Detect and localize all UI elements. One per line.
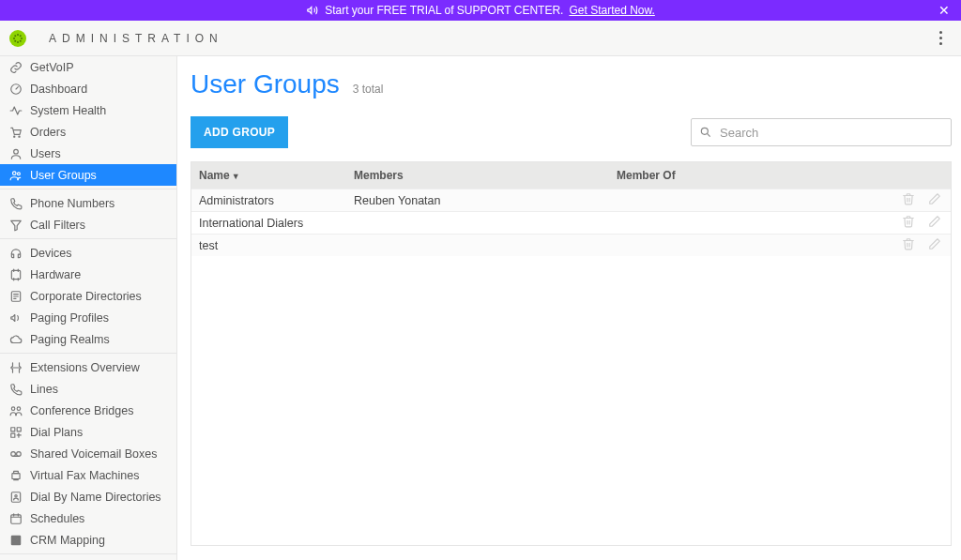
search-box[interactable] (691, 118, 952, 146)
svg-point-12 (13, 171, 17, 174)
sidebar-separator (0, 238, 176, 239)
sidebar-item-schedules[interactable]: Schedules (0, 507, 176, 529)
sidebar-item-label: CRM Mapping (30, 534, 105, 547)
crm-icon: Z (8, 534, 24, 547)
search-icon (699, 126, 712, 139)
sidebar-item-label: System Health (30, 104, 106, 117)
sidebar-separator (0, 353, 176, 354)
extensions-icon (8, 361, 24, 374)
logo-icon[interactable] (9, 30, 26, 47)
sidebar-separator (0, 189, 176, 189)
cell-name: International Dialers (191, 217, 346, 230)
sidebar-item-orders[interactable]: Orders (0, 121, 176, 143)
sidebar-item-label: Phone Numbers (30, 197, 114, 210)
cell-name: Administrators (191, 194, 346, 207)
cloud-icon (8, 333, 24, 346)
trash-icon[interactable] (902, 237, 915, 253)
pencil-icon[interactable] (928, 215, 941, 231)
svg-rect-27 (11, 427, 15, 431)
trash-icon[interactable] (902, 215, 915, 231)
svg-rect-40 (11, 514, 22, 522)
page-subtitle: 3 total (353, 83, 384, 96)
table-row[interactable]: AdministratorsReuben Yonatan (191, 189, 951, 211)
pulse-icon (8, 104, 24, 117)
line-phone-icon (8, 383, 24, 396)
sidebar-item-label: Shared Voicemail Boxes (30, 447, 158, 461)
sidebar-item-hardware[interactable]: Hardware (0, 264, 176, 285)
fax-icon (8, 469, 24, 482)
sidebar-item-crm-mapping[interactable]: ZCRM Mapping (0, 529, 176, 551)
svg-point-9 (14, 136, 15, 137)
conference-icon (8, 404, 24, 417)
col-header-members[interactable]: Members (346, 169, 609, 182)
sidebar-item-label: User Groups (30, 169, 97, 182)
sidebar-item-user-groups[interactable]: User Groups (0, 164, 176, 186)
link-icon (8, 61, 24, 74)
close-icon[interactable]: ✕ (938, 3, 950, 18)
search-input[interactable] (720, 126, 943, 140)
sidebar-item-devices[interactable]: Devices (0, 242, 176, 264)
svg-point-1 (17, 41, 19, 43)
sidebar-item-paging-realms[interactable]: Paging Realms (0, 328, 176, 350)
svg-point-2 (13, 38, 15, 39)
sidebar-item-extensions-overview[interactable]: Extensions Overview (0, 356, 176, 378)
sidebar-item-paging-profiles[interactable]: Paging Profiles (0, 307, 176, 328)
add-group-button[interactable]: ADD GROUP (191, 116, 288, 148)
svg-point-4 (14, 35, 16, 37)
svg-point-33 (17, 451, 22, 456)
sidebar-item-getvoip[interactable]: GetVoIP (0, 56, 176, 78)
sidebar-item-users[interactable]: Users (0, 143, 176, 164)
dashboard-icon (8, 83, 24, 96)
filter-icon (8, 219, 24, 232)
cell-members: Reuben Yonatan (346, 194, 609, 207)
hardware-icon (8, 268, 24, 281)
sidebar-item-system-health[interactable]: System Health (0, 99, 176, 121)
dial-by-name-icon (8, 491, 24, 504)
sidebar-item-lines[interactable]: Lines (0, 378, 176, 400)
banner-link[interactable]: Get Started Now. (569, 4, 654, 17)
sort-caret-icon: ▼ (232, 172, 240, 181)
sidebar: GetVoIPDashboardSystem HealthOrdersUsers… (0, 56, 177, 560)
sidebar-item-label: Devices (30, 247, 71, 260)
pencil-icon[interactable] (928, 237, 941, 253)
col-header-name[interactable]: Name▼ (191, 169, 346, 182)
sidebar-item-corporate-directories[interactable]: Corporate Directories (0, 285, 176, 307)
table-row[interactable]: test (191, 234, 951, 256)
sidebar-item-dashboard[interactable]: Dashboard (0, 78, 176, 99)
cell-name: test (191, 239, 346, 252)
svg-point-48 (701, 128, 708, 134)
svg-point-0 (17, 34, 19, 36)
sidebar-item-dial-plans[interactable]: Dial Plans (0, 421, 176, 443)
table-header: Name▼ Members Member Of (191, 162, 951, 189)
table-row[interactable]: International Dialers (191, 211, 951, 234)
sidebar-item-shared-voicemail-boxes[interactable]: Shared Voicemail Boxes (0, 443, 176, 464)
sidebar-item-phone-numbers[interactable]: Phone Numbers (0, 192, 176, 214)
svg-point-11 (14, 149, 19, 154)
headset-icon (8, 247, 24, 260)
svg-point-25 (11, 406, 15, 410)
sidebar-separator (0, 553, 176, 554)
sidebar-item-conference-bridges[interactable]: Conference Bridges (0, 400, 176, 421)
svg-rect-35 (12, 473, 20, 478)
sidebar-item-call-filters[interactable]: Call Filters (0, 214, 176, 235)
svg-point-39 (15, 494, 17, 496)
svg-point-3 (21, 38, 23, 39)
trash-icon[interactable] (902, 192, 915, 208)
sidebar-item-label: Corporate Directories (30, 290, 142, 303)
svg-rect-29 (11, 433, 15, 437)
svg-point-6 (14, 39, 16, 41)
sidebar-item-label: Dashboard (30, 83, 87, 96)
svg-marker-14 (11, 220, 22, 231)
sidebar-item-virtual-fax-machines[interactable]: Virtual Fax Machines (0, 464, 176, 486)
svg-rect-36 (14, 471, 19, 473)
svg-text:Z: Z (14, 537, 19, 543)
sidebar-item-label: GetVoIP (30, 61, 74, 74)
sidebar-item-label: Call Filters (30, 219, 85, 232)
directory-icon (8, 290, 24, 303)
sidebar-item-label: Orders (30, 126, 66, 139)
more-menu-icon[interactable] (929, 27, 952, 50)
sidebar-item-dial-by-name-directories[interactable]: Dial By Name Directories (0, 486, 176, 507)
pencil-icon[interactable] (928, 192, 941, 208)
col-header-memberof[interactable]: Member Of (609, 169, 876, 182)
user-group-icon (8, 169, 24, 182)
